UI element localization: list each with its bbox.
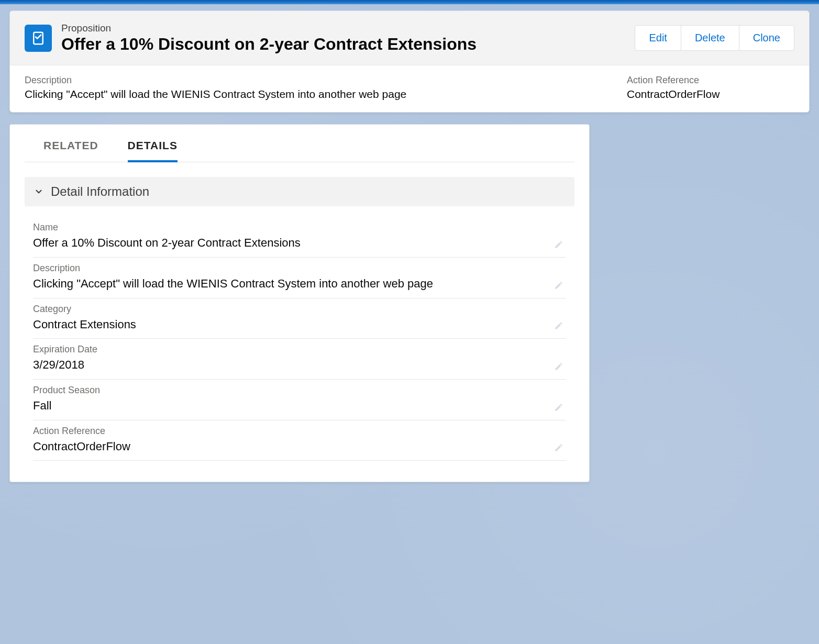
field-expiration-date: Expiration Date 3/29/2018 bbox=[33, 339, 566, 380]
chevron-down-icon bbox=[34, 187, 43, 196]
field-product-season: Product Season Fall bbox=[33, 380, 566, 420]
pencil-icon[interactable] bbox=[554, 280, 564, 291]
detail-section-title: Detail Information bbox=[51, 184, 149, 199]
pencil-icon[interactable] bbox=[554, 320, 564, 331]
summary-action-reference: Action Reference ContractOrderFlow bbox=[627, 75, 794, 101]
field-description: Description Clicking "Accept" will load … bbox=[33, 258, 566, 298]
summary-action-reference-value: ContractOrderFlow bbox=[627, 88, 794, 101]
record-header-left: Proposition Offer a 10% Discount on 2-ye… bbox=[25, 23, 477, 53]
record-header-top: Proposition Offer a 10% Discount on 2-ye… bbox=[10, 11, 809, 65]
detail-card: RELATED DETAILS Detail Information Name … bbox=[9, 124, 590, 482]
title-block: Proposition Offer a 10% Discount on 2-ye… bbox=[61, 23, 477, 53]
field-action-reference-label: Action Reference bbox=[33, 426, 566, 437]
pencil-icon[interactable] bbox=[554, 442, 564, 453]
tab-details[interactable]: DETAILS bbox=[128, 125, 178, 162]
field-description-value: Clicking "Accept" will load the WIENIS C… bbox=[33, 276, 566, 292]
delete-button[interactable]: Delete bbox=[681, 25, 739, 51]
field-name-value: Offer a 10% Discount on 2-year Contract … bbox=[33, 235, 566, 251]
detail-section-header[interactable]: Detail Information bbox=[25, 177, 574, 206]
clone-button[interactable]: Clone bbox=[739, 25, 794, 51]
detail-fields: Name Offer a 10% Discount on 2-year Cont… bbox=[33, 217, 566, 461]
field-category-value: Contract Extensions bbox=[33, 317, 566, 332]
pencil-icon[interactable] bbox=[554, 402, 564, 413]
edit-button[interactable]: Edit bbox=[635, 25, 681, 51]
summary-action-reference-label: Action Reference bbox=[627, 75, 794, 86]
field-name-label: Name bbox=[33, 222, 566, 233]
field-category-label: Category bbox=[33, 304, 566, 315]
summary-description-label: Description bbox=[25, 75, 602, 86]
field-name: Name Offer a 10% Discount on 2-year Cont… bbox=[33, 217, 566, 258]
field-product-season-label: Product Season bbox=[33, 385, 566, 396]
record-summary-row: Description Clicking "Accept" will load … bbox=[10, 65, 809, 112]
object-label: Proposition bbox=[61, 23, 477, 34]
record-title: Offer a 10% Discount on 2-year Contract … bbox=[61, 35, 477, 53]
field-action-reference-value: ContractOrderFlow bbox=[33, 439, 566, 454]
tab-bar: RELATED DETAILS bbox=[25, 125, 574, 162]
summary-description: Description Clicking "Accept" will load … bbox=[25, 75, 602, 101]
tab-related[interactable]: RELATED bbox=[43, 125, 98, 162]
field-description-label: Description bbox=[33, 263, 566, 274]
pencil-icon[interactable] bbox=[554, 361, 564, 372]
field-expiration-date-value: 3/29/2018 bbox=[33, 357, 566, 373]
summary-description-value: Clicking "Accept" will load the WIENIS C… bbox=[25, 88, 602, 101]
field-expiration-date-label: Expiration Date bbox=[33, 344, 566, 355]
proposition-icon bbox=[25, 25, 52, 52]
pencil-icon[interactable] bbox=[554, 239, 564, 250]
field-product-season-value: Fall bbox=[33, 398, 566, 414]
record-header-card: Proposition Offer a 10% Discount on 2-ye… bbox=[9, 10, 810, 113]
record-action-buttons: Edit Delete Clone bbox=[635, 25, 794, 51]
field-action-reference: Action Reference ContractOrderFlow bbox=[33, 420, 566, 461]
field-category: Category Contract Extensions bbox=[33, 298, 566, 339]
app-topbar bbox=[0, 0, 819, 4]
